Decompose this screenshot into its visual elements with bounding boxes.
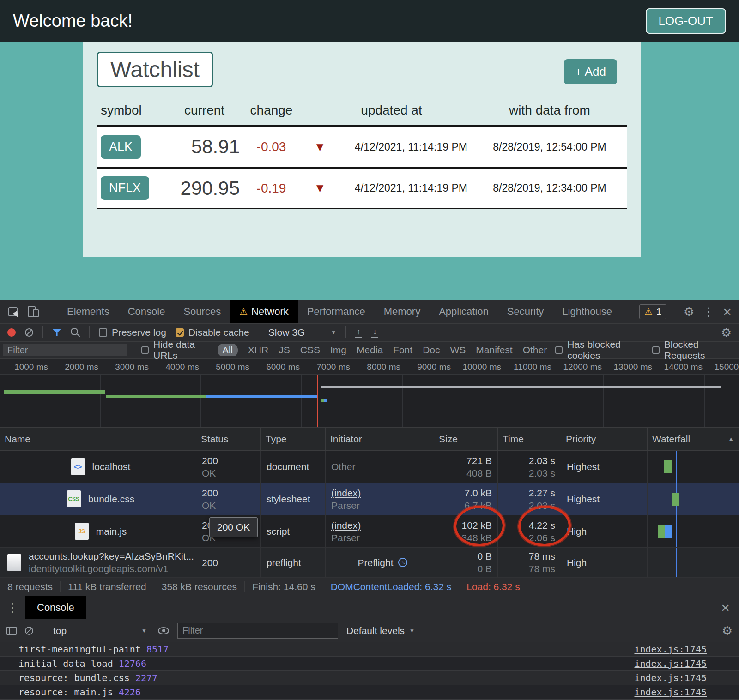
close-devtools-icon[interactable]: × (723, 304, 732, 319)
console-log-row: first-meaningful-paint 8517 index.js:174… (0, 642, 739, 657)
divider (42, 625, 42, 637)
source-link[interactable]: index.js:1745 (634, 672, 707, 683)
filter-type-other[interactable]: Other (523, 344, 547, 356)
hide-data-urls-checkbox[interactable] (141, 346, 149, 354)
tab-console[interactable]: Console (119, 300, 175, 323)
divider (42, 326, 43, 338)
request-row-accounts-lookup[interactable]: accounts:lookup?key=AIzaSyBnRKit... iden… (0, 548, 739, 578)
overview-chip-blue (324, 399, 327, 402)
filter-type-all[interactable]: All (218, 344, 238, 356)
tab-application[interactable]: Application (430, 300, 498, 323)
initiator-link[interactable]: (index) (331, 487, 434, 499)
inspect-element-icon[interactable] (8, 307, 18, 316)
console-sidebar-icon[interactable] (6, 627, 17, 635)
network-filter-input[interactable] (3, 344, 127, 356)
divider (89, 326, 90, 338)
device-toolbar-icon[interactable] (28, 306, 39, 317)
disable-cache-label: Disable cache (188, 327, 249, 338)
filter-type-css[interactable]: CSS (300, 344, 320, 356)
symbol-badge: ALK (101, 135, 141, 159)
tab-performance[interactable]: Performance (298, 300, 375, 323)
close-drawer-icon[interactable]: × (721, 600, 730, 615)
log-levels-select[interactable]: Default levels ▼ (346, 625, 415, 636)
disable-cache-checkbox[interactable] (176, 328, 184, 337)
current-price: 290.95 (166, 177, 242, 199)
log-value: 8517 (146, 644, 169, 655)
filter-funnel-icon[interactable] (52, 329, 61, 337)
column-priority[interactable]: Priority (561, 428, 648, 450)
preserve-log-checkbox[interactable] (99, 328, 107, 337)
divider (345, 326, 346, 338)
source-link[interactable]: index.js:1745 (634, 644, 707, 655)
overview-bar-green (106, 395, 206, 398)
tab-console-drawer[interactable]: Console (25, 596, 86, 619)
has-blocked-cookies-checkbox[interactable] (555, 346, 563, 354)
column-status[interactable]: Status (196, 428, 261, 450)
filter-type-ws[interactable]: WS (450, 344, 466, 356)
network-overview[interactable] (0, 375, 739, 428)
tab-lighthouse[interactable]: Lighthouse (553, 300, 621, 323)
throttling-select[interactable]: Slow 3G ▼ (268, 327, 336, 338)
blocked-requests-checkbox[interactable] (652, 346, 660, 354)
live-expression-eye-icon[interactable] (158, 627, 169, 634)
filter-type-img[interactable]: Img (330, 344, 346, 356)
column-waterfall[interactable]: Waterfall ▲ (648, 428, 739, 450)
more-options-icon[interactable]: ⋮ (703, 306, 715, 318)
overview-chip-green (321, 399, 324, 402)
filter-type-xhr[interactable]: XHR (248, 344, 268, 356)
settings-gear-icon[interactable]: ⚙ (684, 306, 694, 318)
column-type[interactable]: Type (261, 428, 326, 450)
filter-type-font[interactable]: Font (393, 344, 412, 356)
filter-type-doc[interactable]: Doc (423, 344, 440, 356)
request-row-bundle-css[interactable]: CSS bundle.css 200OK stylesheet (index)P… (0, 483, 739, 515)
issues-badge[interactable]: ⚠ 1 (639, 304, 666, 319)
execution-context-select[interactable]: top ▼ (50, 625, 150, 636)
warning-icon: ⚠ (239, 306, 248, 317)
record-icon[interactable] (7, 328, 16, 337)
export-har-icon[interactable]: ↓ (371, 328, 378, 338)
document-file-icon: <> (71, 458, 85, 475)
console-filter-input[interactable] (177, 623, 338, 639)
clear-console-icon[interactable] (25, 627, 33, 635)
source-link[interactable]: index.js:1745 (634, 687, 707, 698)
has-blocked-cookies-label: Has blocked cookies (567, 339, 639, 361)
updated-at: 4/12/2021, 11:14:19 PM (339, 182, 483, 194)
import-har-icon[interactable]: ↑ (355, 328, 362, 338)
filter-type-js[interactable]: JS (279, 344, 290, 356)
request-row-main-js[interactable]: JS main.js 200OK script (index)Parser 10… (0, 515, 739, 548)
divider (49, 306, 49, 318)
logout-button[interactable]: LOG-OUT (646, 8, 726, 34)
request-row-localhost[interactable]: <> localhost 200OK document Other 721 B4… (0, 451, 739, 483)
network-settings-gear-icon[interactable]: ⚙ (721, 326, 732, 338)
drawer-more-options-icon[interactable]: ⋮ (0, 602, 25, 614)
column-size[interactable]: Size (434, 428, 498, 450)
tab-elements[interactable]: Elements (58, 300, 119, 323)
column-initiator[interactable]: Initiator (326, 428, 434, 450)
tab-memory[interactable]: Memory (375, 300, 430, 323)
status-tooltip: 200 OK (209, 517, 258, 537)
divider (259, 326, 259, 338)
source-link[interactable]: index.js:1745 (634, 658, 707, 669)
tab-security[interactable]: Security (498, 300, 553, 323)
filter-type-manifest[interactable]: Manifest (476, 344, 512, 356)
clear-icon[interactable] (25, 328, 33, 337)
network-table-header: Name Status Type Initiator Size Time Pri… (0, 428, 739, 451)
summary-requests: 8 requests (0, 581, 61, 592)
column-name[interactable]: Name (0, 428, 196, 450)
price-change: -0.19 (242, 181, 300, 196)
console-log-row: resource: bundle.css 2277 index.js:1745 (0, 671, 739, 685)
console-settings-gear-icon[interactable]: ⚙ (722, 625, 733, 637)
initiator-link[interactable]: (index) (331, 519, 434, 531)
column-time[interactable]: Time (498, 428, 561, 450)
log-value: 4226 (119, 687, 141, 698)
add-button[interactable]: + Add (564, 59, 617, 84)
watchlist-title: Watchlist (97, 52, 213, 87)
css-file-icon: CSS (67, 490, 81, 507)
initiator-preflight[interactable]: Preflight (357, 556, 393, 569)
blocked-requests-label: Blocked Requests (664, 339, 727, 361)
tab-sources[interactable]: Sources (174, 300, 230, 323)
search-icon[interactable] (71, 328, 80, 337)
timeline-ruler: 1000 ms2000 ms 3000 ms4000 ms 5000 ms600… (0, 359, 739, 375)
tab-network[interactable]: ⚠ Network (230, 300, 298, 323)
filter-type-media[interactable]: Media (357, 344, 383, 356)
